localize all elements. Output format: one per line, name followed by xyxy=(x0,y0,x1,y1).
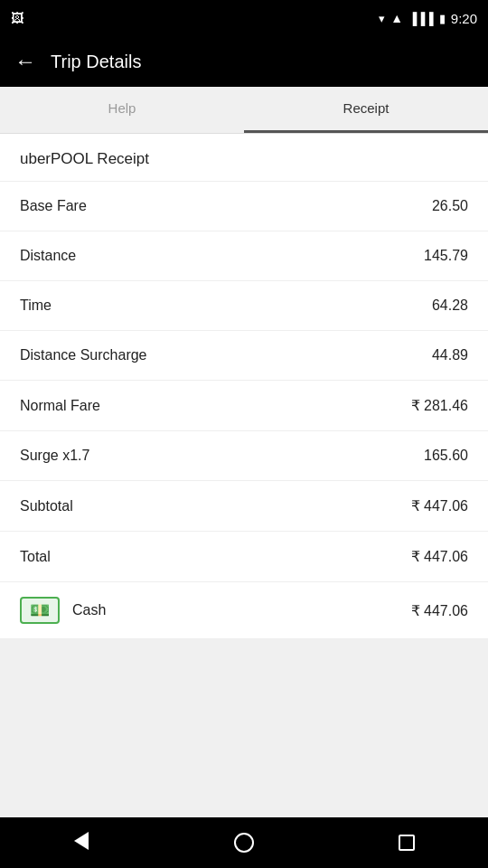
battery-icon: ▮ xyxy=(439,12,446,25)
value-subtotal: ₹ 447.06 xyxy=(411,497,468,514)
nav-bar: ← Trip Details xyxy=(0,36,488,87)
tab-help[interactable]: Help xyxy=(0,87,244,133)
label-distance-surcharge: Distance Surcharge xyxy=(20,347,147,363)
label-base-fare: Base Fare xyxy=(20,198,87,214)
line-item-base-fare: Base Fare 26.50 xyxy=(0,182,488,231)
line-item-distance: Distance 145.79 xyxy=(0,231,488,281)
image-icon: 🖼 xyxy=(11,11,23,25)
line-item-surge: Surge x1.7 165.60 xyxy=(0,431,488,481)
label-distance: Distance xyxy=(20,248,76,264)
line-item-normal-fare: Normal Fare ₹ 281.46 xyxy=(0,381,488,431)
value-distance: 145.79 xyxy=(424,248,468,264)
receipt-content: uberPOOL Receipt Base Fare 26.50 Distanc… xyxy=(0,134,488,639)
wifi-icon: ▲ xyxy=(390,11,403,25)
status-bar: 🖼 ▾ ▲ ▐▐▐ ▮ 9:20 xyxy=(0,0,488,36)
line-item-time: Time 64.28 xyxy=(0,281,488,331)
status-time: 9:20 xyxy=(451,11,477,26)
label-surge: Surge x1.7 xyxy=(20,448,89,464)
label-subtotal: Subtotal xyxy=(20,498,73,514)
nav-back-button[interactable] xyxy=(56,817,107,868)
nav-home-button[interactable] xyxy=(219,817,269,868)
label-time: Time xyxy=(20,297,52,314)
value-surge: 165.60 xyxy=(424,448,468,464)
line-item-subtotal: Subtotal ₹ 447.06 xyxy=(0,481,488,532)
value-time: 64.28 xyxy=(432,297,468,314)
signal-icon: ▐▐▐ xyxy=(408,12,434,25)
receipt-title: uberPOOL Receipt xyxy=(0,134,488,182)
nav-recents-button[interactable] xyxy=(381,817,432,868)
label-total: Total xyxy=(20,549,51,565)
cash-value: ₹ 447.06 xyxy=(411,602,468,619)
cash-label: Cash xyxy=(72,602,106,618)
cash-icon: 💵 xyxy=(20,597,60,624)
tab-receipt[interactable]: Receipt xyxy=(244,87,488,133)
value-total: ₹ 447.06 xyxy=(411,548,468,565)
cash-left: 💵 Cash xyxy=(20,597,106,624)
line-item-distance-surcharge: Distance Surcharge 44.89 xyxy=(0,331,488,381)
line-item-total: Total ₹ 447.06 xyxy=(0,532,488,582)
recents-square-icon xyxy=(399,835,415,851)
nav-title: Trip Details xyxy=(51,52,141,72)
value-base-fare: 26.50 xyxy=(432,198,468,214)
cash-row: 💵 Cash ₹ 447.06 xyxy=(0,582,488,639)
value-normal-fare: ₹ 281.46 xyxy=(411,397,468,414)
tabs-container: Help Receipt xyxy=(0,87,488,134)
home-circle-icon xyxy=(234,833,254,853)
location-icon: ▾ xyxy=(379,12,385,25)
back-button[interactable]: ← xyxy=(14,49,36,74)
bottom-nav xyxy=(0,817,488,868)
value-distance-surcharge: 44.89 xyxy=(432,347,468,363)
label-normal-fare: Normal Fare xyxy=(20,398,100,414)
back-triangle-icon xyxy=(74,832,89,854)
